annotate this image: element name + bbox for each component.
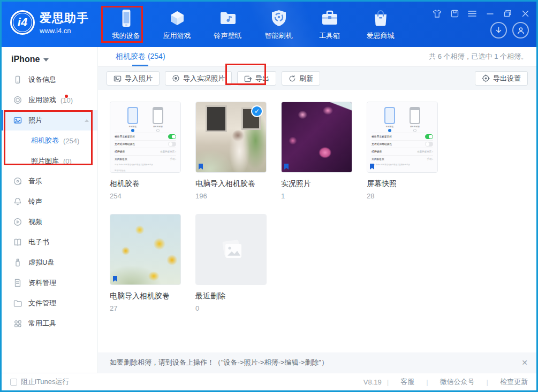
- nav-label: 铃声壁纸: [214, 31, 242, 41]
- customer-service-link[interactable]: 客服: [389, 377, 426, 387]
- chevron-down-icon: [43, 58, 49, 62]
- toggle-off-icon: [425, 142, 433, 147]
- photo-purple-flowers: [282, 102, 352, 172]
- store-icon: [373, 7, 389, 29]
- album-grid: 标签页栏 单个标签页 横排显示标签页栏 允许延伸网站颜色 打开链接在新的标签页 …: [98, 90, 536, 326]
- block-itunes-checkbox[interactable]: [10, 379, 17, 386]
- import-live-photos-button[interactable]: 导入实况照片: [165, 71, 232, 86]
- sidebar-item-device-info[interactable]: 设备信息: [2, 70, 97, 90]
- sidebar-item-label: 照片: [28, 116, 42, 125]
- sidebar-item-virtual-usb[interactable]: 虚拟U盘: [2, 252, 97, 273]
- theme-skin-icon[interactable]: [432, 9, 442, 18]
- maximize-button[interactable]: [503, 9, 512, 18]
- user-account-button[interactable]: [512, 22, 529, 39]
- wechat-official-link[interactable]: 微信公众号: [428, 377, 487, 387]
- export-settings-button[interactable]: 导出设置: [475, 71, 528, 86]
- notice-text: 如要删除相簿，请到设备上操作！（"设备->照片->相簿->编辑->删除"）: [110, 358, 328, 367]
- album-count: 27: [110, 304, 181, 312]
- device-selector[interactable]: iPhone: [2, 47, 97, 70]
- button-label: 导入实况照片: [183, 74, 225, 83]
- sidebar-item-videos[interactable]: 视频: [2, 212, 97, 232]
- nav-label: 智能刷机: [265, 31, 293, 41]
- album-card-camera-roll[interactable]: 标签页栏 单个标签页 横排显示标签页栏 允许延伸网站颜色 打开链接在新的标签页 …: [110, 102, 181, 200]
- album-card-live-photos[interactable]: 实况照片 1: [281, 102, 352, 200]
- export-button[interactable]: 导出: [237, 71, 276, 86]
- status-bar: 阻止iTunes运行 V8.19 | 客服 | 微信公众号 | 检查更新: [2, 373, 536, 390]
- ios-settings-thumbnail: 标签页栏 单个标签页 横排显示标签页栏 允许延伸网站颜色 打开链接在新的标签页 …: [367, 102, 437, 172]
- photo-yellow-flowers: [110, 214, 180, 285]
- nav-smart-flash[interactable]: 智能刷机: [253, 6, 304, 43]
- music-icon: [13, 177, 22, 186]
- nav-ringtones-wallpaper[interactable]: 铃声壁纸: [202, 6, 253, 43]
- tab-camera-roll[interactable]: 相机胶卷 (254): [116, 47, 165, 66]
- sidebar-item-photos[interactable]: 照片: [2, 110, 97, 130]
- album-thumbnail[interactable]: 标签页栏 单个标签页 横排显示标签页栏 允许延伸网站颜色 打开链接在新的标签页 …: [367, 102, 438, 173]
- nav-toolbox[interactable]: 工具箱: [304, 6, 355, 43]
- close-button[interactable]: [520, 9, 530, 18]
- sidebar-item-label: 虚拟U盘: [28, 258, 54, 267]
- sidebar-item-ringtones[interactable]: 铃声: [2, 191, 97, 212]
- sidebar: iPhone 设备信息 应用游戏 (10) 照片 相机胶卷 (254) 照片图库…: [2, 47, 98, 373]
- sidebar-item-music[interactable]: 音乐: [2, 171, 97, 191]
- sidebar-item-common-tools[interactable]: 常用工具: [2, 313, 97, 334]
- album-count: 254: [110, 192, 181, 200]
- tools-grid-icon: [13, 319, 22, 328]
- export-icon: [244, 75, 252, 82]
- main-nav: 我的设备 应用游戏 铃声壁纸 智能刷机: [101, 6, 406, 43]
- album-thumbnail[interactable]: [110, 214, 181, 285]
- tab-bar-phone-graphic: [384, 107, 395, 124]
- album-thumbnail[interactable]: [195, 214, 267, 285]
- video-play-icon: [13, 218, 22, 226]
- sidebar-item-ebooks[interactable]: 电子书: [2, 232, 97, 252]
- sidebar-item-label: 电子书: [28, 237, 49, 247]
- nav-store[interactable]: 爱思商城: [355, 6, 406, 43]
- sidebar-item-apps-games[interactable]: 应用游戏 (10): [2, 90, 97, 110]
- notice-close-icon[interactable]: ✕: [521, 358, 528, 367]
- sidebar-item-data-management[interactable]: 资料管理: [2, 273, 97, 293]
- button-label: 导入照片: [125, 74, 153, 83]
- album-thumbnail[interactable]: 标签页栏 单个标签页 横排显示标签页栏 允许延伸网站颜色 打开链接在新的标签页 …: [110, 102, 181, 173]
- nav-label: 我的设备: [112, 31, 140, 41]
- sidebar-item-label: 音乐: [28, 176, 42, 186]
- toggle-off-icon: [168, 142, 176, 147]
- app-window: i4 爱思助手 www.i4.cn 我的设备 应用游戏: [0, 0, 538, 392]
- album-card-pc-import-1[interactable]: ✓ 电脑导入相机胶卷 196: [195, 102, 267, 200]
- download-center-button[interactable]: [490, 22, 507, 39]
- sidebar-item-count: (254): [63, 137, 79, 145]
- toggle-on-icon: [425, 134, 433, 139]
- sidebar-item-label: 应用游戏: [28, 95, 56, 105]
- toggle-on-icon: [168, 134, 176, 139]
- sidebar-item-file-management[interactable]: 文件管理: [2, 293, 97, 313]
- menu-icon[interactable]: [467, 9, 477, 18]
- sidebar-item-label: 常用工具: [28, 319, 56, 328]
- sidebar-item-label: 相机胶卷: [31, 136, 59, 145]
- sidebar-item-camera-roll[interactable]: 相机胶卷 (254): [2, 130, 97, 151]
- import-photos-button[interactable]: 导入照片: [107, 71, 160, 86]
- minimize-button[interactable]: [485, 9, 495, 18]
- sidebar-item-photo-library[interactable]: 照片图库 (0): [2, 151, 97, 171]
- album-title: 实况照片: [281, 179, 352, 189]
- apps-games-icon: [13, 96, 22, 104]
- chevron-up-icon: [85, 119, 89, 122]
- album-card-screenshots[interactable]: 标签页栏 单个标签页 横排显示标签页栏 允许延伸网站颜色 打开链接在新的标签页 …: [367, 102, 438, 200]
- album-card-recently-deleted[interactable]: 最近删除 0: [195, 214, 267, 312]
- usb-drive-icon: [13, 258, 22, 267]
- notification-dot: [65, 95, 68, 98]
- check-update-link[interactable]: 检查更新: [488, 377, 528, 387]
- nav-my-device[interactable]: 我的设备: [101, 6, 151, 43]
- plugin-icon[interactable]: [450, 9, 459, 18]
- album-card-pc-import-2[interactable]: 电脑导入相机胶卷 27: [110, 214, 181, 312]
- album-thumbnail[interactable]: [281, 102, 352, 173]
- selected-check-icon[interactable]: ✓: [251, 105, 263, 117]
- photos-icon: [13, 116, 22, 125]
- album-title: 屏幕快照: [367, 179, 438, 189]
- device-name: iPhone: [11, 55, 40, 64]
- album-thumbnail[interactable]: ✓: [195, 102, 267, 173]
- nav-apps-games[interactable]: 应用游戏: [151, 6, 202, 43]
- sync-flag-icon: [284, 164, 289, 170]
- sidebar-item-label: 视频: [28, 217, 42, 227]
- refresh-button[interactable]: 刷新: [282, 71, 320, 86]
- tab-bar-phone-graphic: [127, 107, 138, 124]
- main-content: 相机胶卷 (254) 共 6 个相簿，已选中 1 个相簿。 导入照片 导入实况照…: [98, 47, 536, 373]
- window-controls: [432, 9, 530, 18]
